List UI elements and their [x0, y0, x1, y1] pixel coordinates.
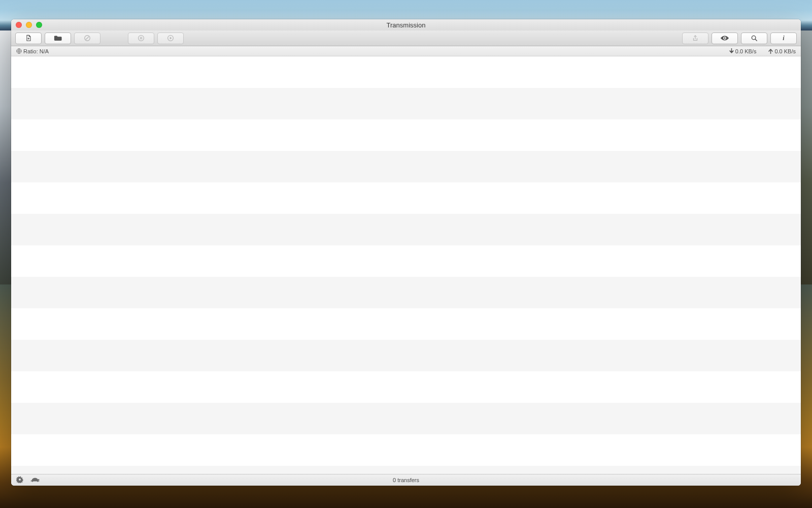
empty-row [11, 151, 801, 182]
window-controls [11, 22, 42, 28]
remove-torrent-button[interactable] [74, 33, 100, 44]
turtle-icon [30, 478, 40, 484]
zoom-window-button[interactable] [36, 22, 42, 28]
empty-row [11, 434, 801, 466]
upload-speed-segment: 0.0 KB/s [768, 48, 796, 54]
download-speed-segment: 0.0 KB/s [729, 48, 757, 54]
resume-icon [167, 35, 174, 42]
toolbar: i [11, 30, 801, 46]
pause-icon [138, 35, 145, 42]
svg-point-2 [139, 36, 144, 41]
svg-line-1 [86, 37, 89, 40]
svg-rect-3 [140, 37, 141, 40]
transfers-count-label: 0 transfers [393, 477, 419, 483]
remove-icon [84, 35, 91, 42]
empty-row [11, 214, 801, 245]
transfer-list[interactable] [11, 56, 801, 474]
empty-row [11, 277, 801, 308]
settings-button[interactable] [16, 476, 23, 484]
empty-row [11, 371, 801, 403]
share-icon [692, 35, 699, 42]
empty-row [11, 340, 801, 371]
minimize-window-button[interactable] [26, 22, 32, 28]
toolbar-group-file [15, 33, 100, 44]
ratio-segment[interactable]: Ratio: N/A [16, 48, 49, 54]
empty-row [11, 88, 801, 119]
svg-text:i: i [783, 35, 785, 42]
empty-row [11, 466, 801, 474]
svg-point-6 [724, 38, 726, 39]
titlebar[interactable]: Transmission [11, 19, 801, 30]
open-torrent-button[interactable] [45, 33, 71, 44]
speed-limit-button[interactable] [30, 477, 40, 484]
eye-icon [720, 35, 729, 42]
svg-line-8 [755, 39, 757, 41]
create-torrent-button[interactable] [15, 33, 42, 44]
globe-icon [16, 48, 22, 54]
bottom-bar: 0 transfers [11, 474, 801, 486]
svg-point-11 [38, 479, 39, 480]
upload-speed-value: 0.0 KB/s [774, 48, 796, 54]
toolbar-group-control [128, 33, 184, 44]
filter-search-button[interactable] [741, 33, 767, 44]
empty-row [11, 56, 801, 88]
empty-row [11, 308, 801, 340]
close-window-button[interactable] [16, 22, 22, 28]
inspector-button[interactable]: i [770, 33, 797, 44]
app-window: Transmission [11, 19, 801, 486]
toolbar-group-view: i [682, 33, 797, 44]
share-button[interactable] [682, 33, 708, 44]
empty-row [11, 119, 801, 151]
document-plus-icon [25, 35, 32, 42]
download-speed-value: 0.0 KB/s [735, 48, 757, 54]
folder-icon [54, 35, 62, 42]
quicklook-button[interactable] [712, 33, 738, 44]
search-icon [751, 35, 758, 42]
status-bar: Ratio: N/A 0.0 KB/s 0.0 KB/s [11, 46, 801, 56]
ratio-label: Ratio: N/A [23, 48, 49, 54]
window-title: Transmission [11, 21, 801, 29]
gear-icon [16, 478, 23, 484]
empty-row [11, 403, 801, 434]
empty-row [11, 245, 801, 277]
pause-all-button[interactable] [128, 33, 154, 44]
download-arrow-icon [729, 48, 734, 54]
resume-all-button[interactable] [157, 33, 184, 44]
svg-rect-4 [142, 37, 142, 40]
empty-row [11, 182, 801, 214]
info-icon: i [780, 35, 787, 42]
upload-arrow-icon [768, 48, 773, 54]
